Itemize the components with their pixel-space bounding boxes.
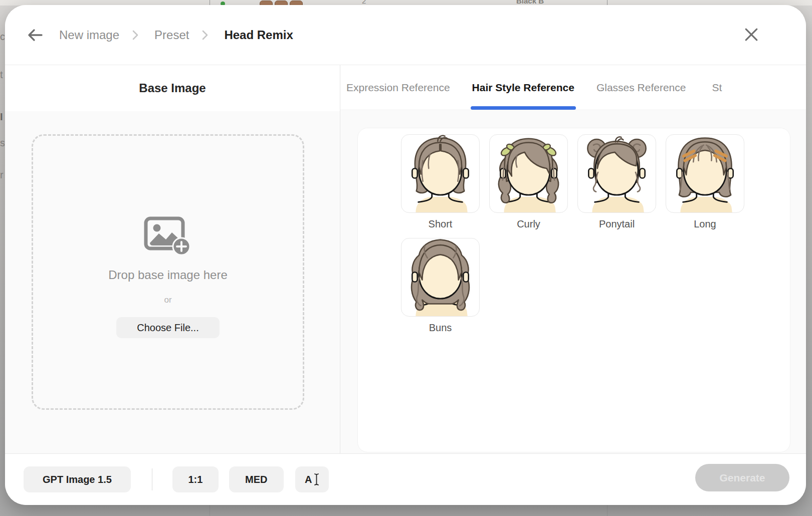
base-image-dropzone[interactable]: Drop base image here or Choose File...: [32, 134, 304, 410]
image-add-icon: [143, 216, 192, 256]
hairstyle-label: Curly: [517, 218, 540, 230]
background-text-fragment: 2: [362, 0, 366, 5]
hairstyle-option-curly[interactable]: Curly: [489, 134, 568, 230]
base-image-panel: Drop base image here or Choose File...: [5, 111, 340, 453]
quality-button[interactable]: MED: [229, 466, 284, 492]
breadcrumb-preset[interactable]: Preset: [154, 28, 189, 42]
hairstyle-label: Long: [694, 218, 716, 230]
thumbnail-container: Short: [357, 128, 790, 452]
aspect-ratio-button[interactable]: 1:1: [172, 466, 219, 492]
hairstyle-thumb-short: [401, 134, 480, 213]
base-image-title: Base Image: [5, 81, 340, 95]
tab-label: Hair Style Reference: [472, 82, 574, 94]
background-text-fragment: I: [0, 111, 5, 123]
close-button[interactable]: [744, 27, 759, 42]
hairstyle-thumb-curly: [489, 134, 568, 213]
back-button[interactable]: [26, 28, 44, 43]
reference-tabs: Expression Reference Hair Style Referenc…: [340, 65, 806, 110]
model-selector-button[interactable]: GPT Image 1.5: [24, 466, 131, 492]
arrow-left-icon: [27, 28, 44, 42]
text-tool-label: A: [305, 474, 312, 485]
tab-expression-reference[interactable]: Expression Reference: [346, 65, 450, 110]
background-text-fragment: se: [0, 137, 5, 149]
hairstyle-thumb-buns: [401, 238, 480, 317]
dialog-header: New image Preset Head Remix: [5, 5, 806, 65]
background-text-fragment: ci: [0, 31, 5, 43]
hair-style-panel: Short: [340, 111, 806, 453]
choose-file-button[interactable]: Choose File...: [116, 317, 220, 338]
footer-divider: [152, 468, 152, 490]
active-tab-underline: [471, 106, 576, 110]
hairstyle-thumb-ponytail: [577, 134, 656, 213]
dialog-footer: GPT Image 1.5 1:1 MED A Generate: [5, 453, 806, 505]
text-cursor-icon: [314, 473, 319, 486]
breadcrumb-head-remix: Head Remix: [224, 28, 293, 42]
or-text: or: [164, 295, 171, 305]
tab-hair-style-reference[interactable]: Hair Style Reference: [472, 65, 574, 110]
hairstyle-label: Ponytail: [599, 218, 635, 230]
chevron-right-icon: [202, 30, 208, 40]
close-icon: [744, 28, 758, 42]
hairstyle-option-ponytail[interactable]: Ponytail: [577, 134, 656, 230]
tab-clipped[interactable]: St: [712, 65, 722, 110]
hairstyle-option-short[interactable]: Short: [401, 134, 480, 230]
drop-hint-text: Drop base image here: [108, 268, 227, 282]
text-tool-button[interactable]: A: [295, 466, 329, 492]
hairstyle-thumb-long: [666, 134, 744, 213]
hairstyle-option-buns[interactable]: Buns: [401, 238, 480, 334]
hairstyle-label: Short: [429, 218, 453, 230]
background-text-fragment: t: [0, 69, 5, 81]
background-text-fragment: r: [0, 169, 5, 181]
background-text-fragment: Black B: [516, 0, 544, 5]
head-remix-dialog: New image Preset Head Remix Base Image D…: [5, 5, 806, 505]
tab-glasses-reference[interactable]: Glasses Reference: [596, 65, 686, 110]
chevron-right-icon: [132, 30, 138, 40]
breadcrumb-new-image[interactable]: New image: [59, 28, 119, 42]
generate-button[interactable]: Generate: [695, 464, 789, 491]
hairstyle-option-long[interactable]: Long: [666, 134, 744, 230]
hairstyle-label: Buns: [429, 322, 452, 334]
